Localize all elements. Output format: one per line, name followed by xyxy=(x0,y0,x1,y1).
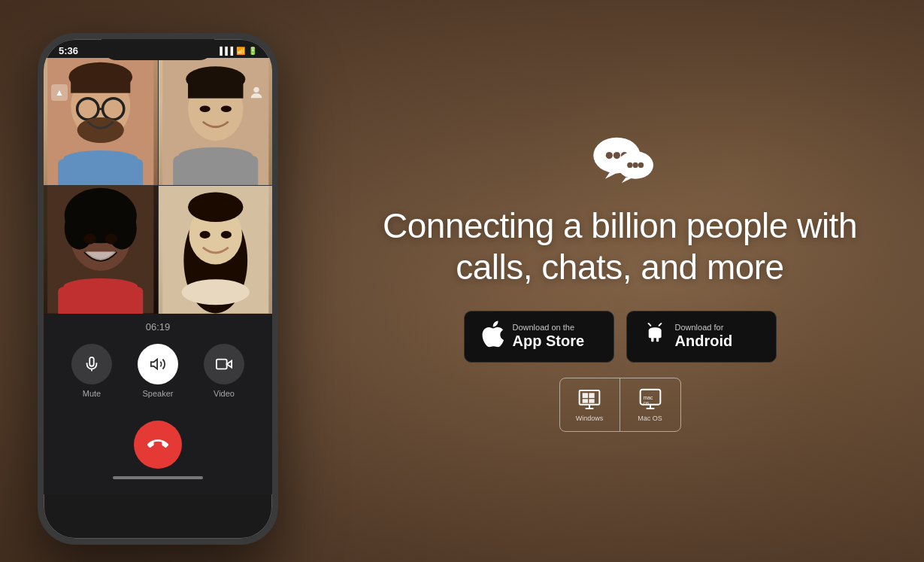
svg-point-27 xyxy=(63,278,138,296)
app-store-text: Download on the App Store xyxy=(513,324,585,350)
signal-icon: ▐▐▐ xyxy=(217,47,233,55)
person-icon xyxy=(248,84,265,101)
minimize-button[interactable]: ▲ xyxy=(51,84,68,101)
download-buttons: Download on the App Store xyxy=(464,311,777,363)
app-store-button[interactable]: Download on the App Store xyxy=(464,311,614,363)
windows-button[interactable]: Windows xyxy=(560,378,620,431)
svg-point-24 xyxy=(83,234,96,245)
video-button[interactable]: Video xyxy=(204,344,244,398)
app-store-small-text: Download on the xyxy=(513,324,585,332)
battery-icon: 🔋 xyxy=(248,47,257,55)
svg-point-17 xyxy=(178,147,253,164)
svg-text:OS: OS xyxy=(643,402,649,406)
svg-point-25 xyxy=(105,234,117,245)
svg-line-52 xyxy=(659,324,661,326)
mute-label: Mute xyxy=(83,389,101,398)
end-call-button[interactable] xyxy=(134,421,182,469)
svg-point-9 xyxy=(63,150,138,167)
call-controls: 06:19 Mute xyxy=(44,314,272,494)
macos-icon: mac OS xyxy=(638,387,662,412)
mac-label: Mac OS xyxy=(638,415,662,422)
android-button[interactable]: Download for Android xyxy=(626,311,777,363)
video-circle xyxy=(204,344,244,384)
tagline-line2: calls, chats, and more xyxy=(383,247,857,288)
windows-icon xyxy=(577,387,601,412)
mute-circle xyxy=(71,344,112,384)
phone-mockup: 5:36 ▐▐▐ 📶 🔋 xyxy=(38,33,278,545)
svg-rect-38 xyxy=(217,359,227,369)
status-time: 5:36 xyxy=(59,45,78,56)
video-cell-3 xyxy=(44,186,158,314)
wifi-icon: 📶 xyxy=(236,47,245,55)
svg-rect-3 xyxy=(71,77,130,93)
phone-notch xyxy=(101,39,214,60)
svg-point-7 xyxy=(77,117,124,143)
svg-rect-58 xyxy=(589,399,594,403)
svg-point-46 xyxy=(627,163,632,168)
svg-marker-45 xyxy=(621,178,632,183)
svg-point-15 xyxy=(220,105,231,111)
svg-point-47 xyxy=(632,163,638,168)
controls-row: Mute Speaker xyxy=(59,344,257,398)
wechat-logo xyxy=(579,130,662,190)
svg-text:mac: mac xyxy=(643,395,653,400)
svg-marker-37 xyxy=(227,360,232,367)
home-indicator xyxy=(113,476,203,479)
tagline-line1: Connecting a billion people with xyxy=(383,205,857,247)
svg-line-51 xyxy=(648,324,650,326)
svg-rect-13 xyxy=(188,79,243,98)
speaker-label: Speaker xyxy=(143,389,174,398)
svg-rect-57 xyxy=(583,399,588,403)
android-icon xyxy=(644,320,666,353)
svg-point-18 xyxy=(253,87,259,92)
windows-label: Windows xyxy=(576,415,604,422)
android-text: Download for Android xyxy=(675,324,733,350)
svg-point-33 xyxy=(220,231,231,238)
svg-point-48 xyxy=(638,163,643,168)
marketing-section: Connecting a billion people with calls, … xyxy=(316,0,924,562)
speaker-button[interactable]: Speaker xyxy=(138,344,178,398)
svg-marker-36 xyxy=(151,359,157,369)
desktop-buttons: Windows mac OS Mac OS xyxy=(559,378,681,432)
svg-point-42 xyxy=(613,152,620,159)
svg-point-32 xyxy=(199,231,210,238)
svg-rect-55 xyxy=(583,393,588,399)
android-small-text: Download for xyxy=(675,324,733,332)
video-grid: ▲ xyxy=(44,58,272,314)
svg-point-14 xyxy=(199,105,210,111)
apple-icon xyxy=(481,320,504,353)
svg-rect-56 xyxy=(589,393,594,399)
svg-point-31 xyxy=(188,192,243,222)
video-cell-2 xyxy=(159,58,273,186)
video-cell-4 xyxy=(159,186,273,314)
mute-button[interactable]: Mute xyxy=(71,344,112,398)
app-store-large-text: App Store xyxy=(513,332,585,350)
svg-point-34 xyxy=(181,279,249,305)
video-cell-1: ▲ xyxy=(44,58,158,186)
phone-section: 5:36 ▐▐▐ 📶 🔋 xyxy=(0,0,316,562)
tagline: Connecting a billion people with calls, … xyxy=(383,205,857,288)
speaker-circle xyxy=(138,344,178,384)
macos-button[interactable]: mac OS Mac OS xyxy=(620,378,680,431)
status-icons: ▐▐▐ 📶 🔋 xyxy=(217,47,257,55)
android-large-text: Android xyxy=(675,332,733,350)
call-timer: 06:19 xyxy=(59,321,257,333)
svg-point-41 xyxy=(605,152,612,159)
video-label: Video xyxy=(214,389,235,398)
